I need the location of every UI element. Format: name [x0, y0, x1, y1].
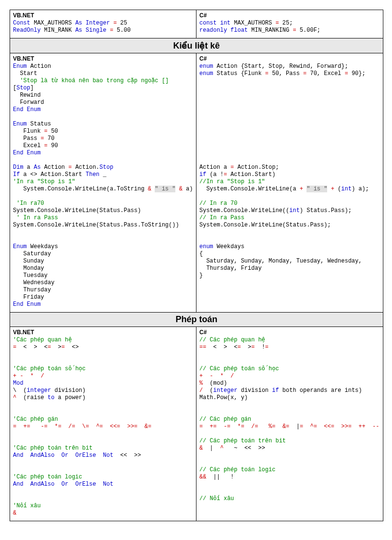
- code-block: const int MAX_AUTHORS = 25; readonly flo…: [199, 20, 380, 34]
- code-block: Enum Action Start 'Stop là từ khoá nên b…: [13, 63, 193, 308]
- comparison-table: VB.NETConst MAX_AUTHORS As Integer = 25 …: [10, 10, 383, 521]
- code-block: Const MAX_AUTHORS As Integer = 25 ReadOn…: [13, 20, 193, 34]
- code-block: 'Các phép quan hệ = < > <= >= <> 'Các ph…: [13, 337, 193, 517]
- section-header: Phép toán: [10, 312, 383, 327]
- code-block: enum Action {Start, Stop, Rewind, Forwar…: [199, 63, 380, 279]
- lang-label: VB.NET: [13, 329, 193, 336]
- comparison-row: VB.NETConst MAX_AUTHORS As Integer = 25 …: [10, 10, 383, 38]
- lang-label: C#: [199, 12, 380, 19]
- csharp-cell: C#const int MAX_AUTHORS = 25; readonly f…: [196, 10, 383, 38]
- lang-label: VB.NET: [13, 12, 193, 19]
- csharp-cell: C#enum Action {Start, Stop, Rewind, Forw…: [196, 53, 383, 312]
- lang-label: VB.NET: [13, 55, 193, 62]
- lang-label: C#: [199, 329, 380, 336]
- code-block: // Các phép quan hệ == < > <= >= != // C…: [199, 337, 380, 502]
- vbnet-cell: VB.NETEnum Action Start 'Stop là từ khoá…: [10, 53, 196, 312]
- section-header: Kiểu liệt kê: [10, 38, 383, 53]
- comparison-row: VB.NETEnum Action Start 'Stop là từ khoá…: [10, 53, 383, 312]
- comparison-row: VB.NET'Các phép quan hệ = < > <= >= <> '…: [10, 327, 383, 521]
- vbnet-cell: VB.NETConst MAX_AUTHORS As Integer = 25 …: [10, 10, 196, 38]
- vbnet-cell: VB.NET'Các phép quan hệ = < > <= >= <> '…: [10, 327, 196, 521]
- csharp-cell: C#// Các phép quan hệ == < > <= >= != //…: [196, 327, 383, 521]
- lang-label: C#: [199, 55, 380, 62]
